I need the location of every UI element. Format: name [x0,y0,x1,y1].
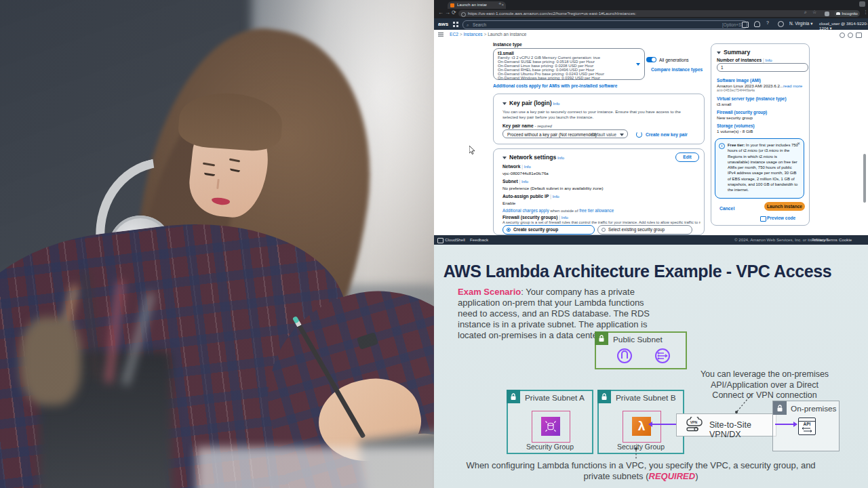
terms-link[interactable]: Terms [826,235,837,245]
info-link[interactable]: Info [553,195,559,199]
window-controls-icon[interactable] [859,1,865,7]
breadcrumb-ec2-link[interactable]: EC2 [450,32,458,37]
instance-type-select[interactable]: t3.small Family: t3 2 vCPU 2 GiB Memory … [493,48,645,80]
refresh-icon[interactable] [636,131,642,138]
cancel-button[interactable]: Cancel [719,206,734,211]
info-link[interactable]: Info [557,156,564,160]
console-footer: CloudShell Feedback © 2024, Amazon Web S… [434,235,868,245]
info-link[interactable]: Info [521,180,528,184]
code-view-icon[interactable] [856,33,862,38]
tab-close-icon[interactable]: × [501,1,504,9]
additional-charges-link[interactable]: Additional charges apply [502,208,549,213]
info-link[interactable]: Info [561,216,568,220]
aws-logo[interactable]: aws [438,21,448,27]
account-menu[interactable]: cloud_user @ 3814-9220-1204 ▾ [819,21,868,30]
aws-console-navbar: aws ⌕ Search [Option+S] ? N. Virginia ▾ … [434,18,868,30]
collapse-caret-icon[interactable] [717,52,721,54]
console-content: Instance type t3.small Family: t3 2 vCPU… [434,39,868,235]
key-pair-desc: You can use a key pair to securely conne… [502,109,696,121]
compare-instance-types-link[interactable]: Compare instance types [651,67,703,72]
forward-icon[interactable]: → [445,9,450,16]
firewall-summary-label[interactable]: Firewall (security group) [717,110,767,115]
hamburger-menu-icon[interactable] [438,33,443,33]
firewall-summary-value: New security group [717,115,753,120]
services-grid-icon[interactable] [453,22,458,27]
cloudshell-terminal-icon[interactable] [742,22,749,28]
ec2-favicon [450,3,454,7]
collapse-caret-icon[interactable] [502,102,507,105]
settings-gear-icon[interactable] [778,21,784,27]
charges-note: Additional charges apply when outside of… [502,208,614,213]
edit-button[interactable]: Edit [675,152,699,162]
required-emphasis: REQUIRED [649,471,696,481]
bookmark-star-icon[interactable]: ☆ [812,9,816,15]
url-text: https://us-east-1.console.aws.amazon.com… [468,11,636,16]
instance-type-summary-label[interactable]: Virtual server type (instance type) [717,96,787,101]
subnet-value: No preference (Default subnet in any ava… [502,186,604,190]
console-search-input[interactable]: ⌕ Search [Option+S] [462,20,747,29]
key-pair-value: Proceed without a key pair (Not recommen… [507,132,597,137]
search-icon[interactable]: ⌕ [804,9,807,15]
auto-assign-ip-label: Auto-assign public IP [502,194,549,199]
dismiss-icon[interactable]: × [797,140,800,146]
free-tier-text: In your first year includes 750 hours of… [728,143,798,192]
scrollbar-thumb[interactable] [863,154,866,203]
incognito-hat-icon [836,12,840,15]
launch-instance-button[interactable]: Launch instance [764,202,805,211]
notifications-bell-icon[interactable] [754,21,760,27]
preview-code-icon [760,216,766,222]
radio-selected-icon [507,228,511,232]
read-more-link[interactable]: read more [783,83,802,88]
create-key-pair-link[interactable]: Create new key pair [646,132,688,137]
radio-unselected-icon [601,228,606,232]
address-field[interactable]: https://us-east-1.console.aws.amazon.com… [458,10,840,17]
all-generations-label: All generations [659,58,689,62]
info-circle-icon: i [719,143,725,149]
privacy-link[interactable]: Privacy [812,235,825,245]
page-settings-icon[interactable] [848,33,853,38]
collapse-caret-icon[interactable] [502,157,507,159]
network-settings-panel: Network settings Info Edit Network | Inf… [493,148,705,235]
key-pair-select[interactable]: Proceed without a key pair (Not recommen… [502,129,628,138]
info-link[interactable]: Info [524,165,531,169]
extension-icon[interactable] [825,12,829,16]
site-info-icon[interactable] [461,12,466,17]
annotation-text: You can leverage the on-premises API/App… [695,369,834,401]
free-tier-allowance-link[interactable]: free tier allowance [579,208,614,213]
instructor-photo [0,0,434,488]
radio-create-security-group[interactable]: Create security group [502,225,595,235]
key-pair-panel: Key pair (login) Info You can use a key … [493,94,705,144]
number-of-instances-input[interactable]: 1 [717,63,808,72]
network-value: vpc-0800744c81e0fc76a [502,171,549,176]
browser-tab-bar: Launch an instance | EC2 | u × + [434,0,868,9]
help-icon[interactable]: ? [766,20,769,25]
cloudshell-link[interactable]: CloudShell [445,235,465,245]
breadcrumb-instances-link[interactable]: Instances [463,32,482,37]
dotted-connectors [434,245,868,488]
instance-type-label: Instance type [493,42,522,47]
ami-value: Amazon Linux 2023 AMI 2023.6.2...read mo… [717,83,802,88]
browser-menu-icon[interactable]: ⋮ [863,9,868,15]
default-value-badge: Default value [591,130,616,139]
cloudshell-icon [437,238,443,243]
storage-summary-label[interactable]: Storage (volumes) [717,123,755,128]
mouse-cursor [469,146,475,155]
slide-bottom-note: When configuring Lambda functions in a V… [461,460,821,482]
browser-tab[interactable]: Launch an instance | EC2 | u × [448,1,506,9]
browser-url-bar: ← → ⟳ https://us-east-1.console.aws.amaz… [434,9,868,18]
number-of-instances-label: Number of instances [717,58,762,62]
region-selector[interactable]: N. Virginia ▾ [789,21,812,26]
new-tab-button[interactable]: + [498,1,502,7]
info-link[interactable]: Info [765,58,772,62]
all-generations-toggle[interactable] [646,57,656,62]
page-status-icon[interactable] [840,33,845,38]
preview-code-link[interactable]: Preview code [767,216,795,220]
ami-label[interactable]: Software Image (AMI) [717,78,761,83]
feedback-link[interactable]: Feedback [470,235,488,245]
incognito-badge: Incognito [834,10,860,17]
radio-select-existing-group[interactable]: Select existing security group [597,225,692,235]
additional-costs-link[interactable]: Additional costs apply for AMIs with pre… [493,83,617,88]
reload-icon[interactable]: ⟳ [452,9,456,16]
info-link[interactable]: Info [553,102,559,106]
back-icon[interactable]: ← [438,9,443,16]
